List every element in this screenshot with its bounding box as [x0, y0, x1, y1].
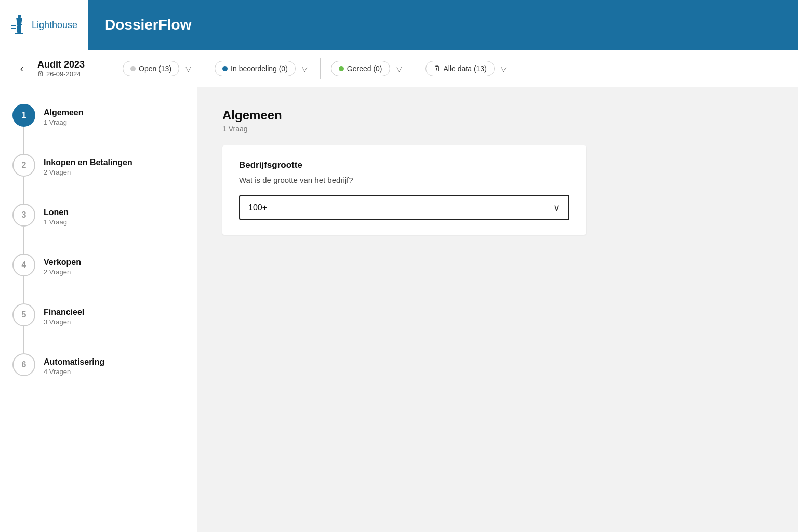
filter-done-group: Gereed (0) ▽	[331, 61, 404, 76]
filter-date-group: 🗓 Alle data (13) ▽	[425, 61, 509, 76]
step-circle-1: 1	[12, 104, 35, 127]
step-content-2: Inkopen en Betalingen 2 Vragen	[44, 154, 132, 180]
toolbar-divider-4	[415, 58, 415, 79]
step-circle-3: 3	[12, 204, 35, 227]
filter-done-icon[interactable]: ▽	[394, 62, 404, 75]
step-connector-3: 3	[12, 204, 35, 254]
step-line-4	[23, 276, 24, 303]
step-connector-2: 2	[12, 154, 35, 204]
step-connector-4: 4	[12, 254, 35, 303]
filter-review-group: In beoordeling (0) ▽	[215, 61, 310, 76]
list-item[interactable]: 3 Lonen 1 Vraag	[12, 204, 184, 254]
select-wrapper: <10 10-50 50-100 100+ ∨	[239, 195, 569, 220]
step-content-3: Lonen 1 Vraag	[44, 204, 69, 230]
content-area: Algemeen 1 Vraag Bedrijfsgrootte Wat is …	[197, 87, 798, 532]
audit-info: Audit 2023 🗓 26-09-2024	[37, 59, 85, 78]
open-dot	[130, 66, 136, 71]
step-list: 1 Algemeen 1 Vraag 2 Inkope	[12, 104, 184, 380]
app-title: DossierFlow	[105, 17, 191, 33]
svg-rect-2	[17, 24, 22, 25]
done-dot	[339, 66, 344, 71]
list-item[interactable]: 1 Algemeen 1 Vraag	[12, 104, 184, 154]
step-content-6: Automatisering 4 Vragen	[44, 353, 104, 380]
step-circle-2: 2	[12, 154, 35, 177]
filter-open-label: Open (13)	[139, 64, 171, 73]
calendar-icon-2: 🗓	[433, 64, 441, 73]
step-name-4: Verkopen	[44, 258, 81, 267]
list-item[interactable]: 2 Inkopen en Betalingen 2 Vragen	[12, 154, 184, 204]
svg-rect-3	[17, 25, 21, 33]
step-count-1: 1 Vraag	[44, 118, 83, 126]
section-title: Algemeen	[222, 108, 773, 123]
step-name-2: Inkopen en Betalingen	[44, 158, 132, 167]
filter-open-group: Open (13) ▽	[123, 61, 193, 76]
list-item[interactable]: 6 Automatisering 4 Vragen	[12, 353, 184, 380]
svg-rect-0	[18, 15, 21, 18]
toolbar-divider-1	[112, 58, 112, 79]
step-connector-6: 6	[12, 353, 35, 376]
audit-date: 🗓 26-09-2024	[37, 70, 85, 78]
sidebar: 1 Algemeen 1 Vraag 2 Inkope	[0, 87, 197, 532]
step-name-3: Lonen	[44, 208, 69, 217]
step-name-1: Algemeen	[44, 108, 83, 117]
step-line-3	[23, 227, 24, 254]
logo-text: Lighthouse	[32, 20, 77, 31]
calendar-icon: 🗓	[37, 70, 44, 78]
logo-box: Lighthouse	[0, 0, 88, 50]
app-header: Lighthouse DossierFlow	[0, 0, 798, 50]
step-circle-5: 5	[12, 303, 35, 326]
filter-date-pill[interactable]: 🗓 Alle data (13)	[425, 61, 495, 76]
step-content-4: Verkopen 2 Vragen	[44, 254, 81, 280]
svg-rect-4	[15, 33, 23, 34]
step-name-5: Financieel	[44, 308, 84, 317]
company-size-select[interactable]: <10 10-50 50-100 100+	[240, 196, 568, 219]
step-line-5	[23, 326, 24, 353]
step-content-5: Financieel 3 Vragen	[44, 303, 84, 330]
toolbar-divider-3	[320, 58, 321, 79]
svg-marker-1	[16, 18, 22, 24]
step-connector-5: 5	[12, 303, 35, 353]
review-dot	[222, 66, 228, 71]
question-label: Bedrijfsgrootte	[239, 160, 569, 170]
filter-review-pill[interactable]: In beoordeling (0)	[215, 61, 296, 76]
section-subtitle: 1 Vraag	[222, 125, 773, 133]
lighthouse-icon	[11, 15, 28, 35]
step-count-2: 2 Vragen	[44, 168, 132, 176]
filter-done-label: Gereed (0)	[347, 64, 382, 73]
filter-date-label: Alle data (13)	[444, 64, 487, 73]
step-line-2	[23, 177, 24, 204]
audit-title: Audit 2023	[37, 59, 85, 70]
step-count-3: 1 Vraag	[44, 218, 69, 226]
step-content-1: Algemeen 1 Vraag	[44, 104, 83, 130]
step-count-4: 2 Vragen	[44, 268, 81, 276]
list-item[interactable]: 5 Financieel 3 Vragen	[12, 303, 184, 353]
step-connector-1: 1	[12, 104, 35, 154]
main-layout: 1 Algemeen 1 Vraag 2 Inkope	[0, 87, 798, 532]
toolbar-divider-2	[204, 58, 204, 79]
step-count-5: 3 Vragen	[44, 318, 84, 326]
filter-date-icon[interactable]: ▽	[499, 62, 509, 75]
question-card: Bedrijfsgrootte Wat is de grootte van he…	[222, 145, 586, 235]
step-circle-6: 6	[12, 353, 35, 376]
filter-open-pill[interactable]: Open (13)	[123, 61, 179, 76]
filter-review-icon[interactable]: ▽	[300, 62, 310, 75]
list-item[interactable]: 4 Verkopen 2 Vragen	[12, 254, 184, 303]
step-line-1	[23, 127, 24, 154]
step-circle-4: 4	[12, 254, 35, 276]
question-text: Wat is de grootte van het bedrijf?	[239, 176, 569, 184]
filter-review-label: In beoordeling (0)	[231, 64, 288, 73]
step-count-6: 4 Vragen	[44, 368, 104, 376]
back-button[interactable]: ‹	[12, 59, 31, 78]
step-name-6: Automatisering	[44, 357, 104, 367]
toolbar: ‹ Audit 2023 🗓 26-09-2024 Open (13) ▽ In…	[0, 50, 798, 87]
filter-open-icon[interactable]: ▽	[183, 62, 193, 75]
filter-done-pill[interactable]: Gereed (0)	[331, 61, 390, 76]
